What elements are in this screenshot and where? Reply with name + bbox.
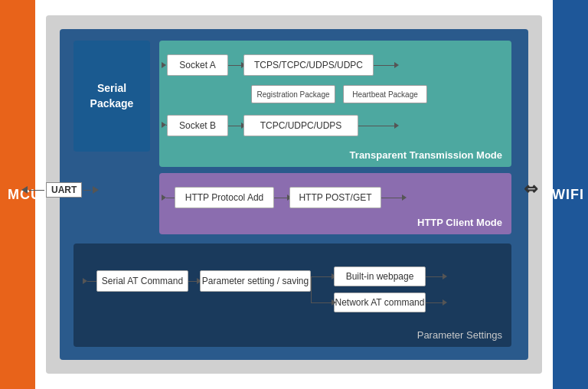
socket-a-box: Socket A: [167, 54, 228, 76]
heartbeat-box: Heartbeat Package: [343, 85, 427, 103]
tcps-box: TCPS/TCPC/UDPS/UDPC: [243, 54, 374, 76]
network-at-box: Network AT command: [334, 293, 426, 312]
uart-right-arrowhead: [93, 186, 99, 194]
param-to-builtin-line: [311, 276, 334, 277]
tcpc-right-line: [358, 126, 397, 126]
main-box: Serial Package Transparent Transmission …: [46, 15, 542, 374]
http-right-line: [381, 198, 404, 198]
registration-box: Registration Package: [251, 85, 335, 103]
param-to-network-arrowhead: [332, 299, 336, 306]
builtin-web-box: Built-in webpage: [334, 266, 426, 286]
param-label: Parameter Settings: [417, 329, 502, 341]
network-right-arrowhead: [443, 299, 447, 306]
http-post-get-box: HTTP POST/GET: [289, 187, 381, 208]
tcps-right-arrow-line: [374, 65, 397, 66]
socket-b-box: Socket B: [167, 115, 228, 136]
diagram-container: MCU WIFI Serial Package Transparent Tran…: [0, 0, 588, 389]
http-section: HTTP Client Mode HTTP Protocol Add HTTP …: [159, 173, 511, 234]
uart-label-box: UART: [46, 182, 82, 198]
uart-right-line: [83, 190, 91, 191]
uart-area: UART: [21, 182, 99, 198]
serial-at-left-line: [87, 281, 96, 282]
serial-package-text: Serial Package: [90, 81, 134, 111]
wifi-double-arrow: ⇔: [524, 179, 537, 199]
inner-blue-area: Serial Package Transparent Transmission …: [60, 29, 528, 360]
uart-line: [29, 190, 44, 191]
uart-left-arrowhead: [21, 186, 28, 194]
http-right-arrowhead: [402, 194, 407, 201]
http-label: HTTP Client Mode: [417, 217, 502, 228]
transparent-section: Transparent Transmission Mode Socket A T…: [159, 41, 511, 167]
builtin-right-arrowhead: [443, 273, 447, 279]
tcpc-right-arrowhead: [394, 123, 399, 129]
serial-package-box: Serial Package: [74, 41, 150, 152]
transparent-label: Transparent Transmission Mode: [350, 149, 502, 161]
right-blue-bar: WIFI: [553, 0, 588, 389]
vert-connector: [311, 276, 312, 302]
http-left-line: [166, 198, 175, 198]
param-to-network-line: [311, 302, 334, 303]
http-protocol-box: HTTP Protocol Add: [175, 187, 274, 208]
socket-a-in-arrowhead: [162, 62, 166, 68]
param-section: Parameter Settings Serial AT Command Par…: [74, 244, 511, 347]
tcps-right-arrowhead: [394, 62, 399, 68]
tcpc-box: TCPC/UDPC/UDPS: [243, 115, 358, 136]
serial-at-box: Serial AT Command: [96, 270, 188, 292]
param-setting-box: Parameter setting / saving: [200, 270, 311, 292]
wifi-label: WIFI: [552, 187, 584, 203]
